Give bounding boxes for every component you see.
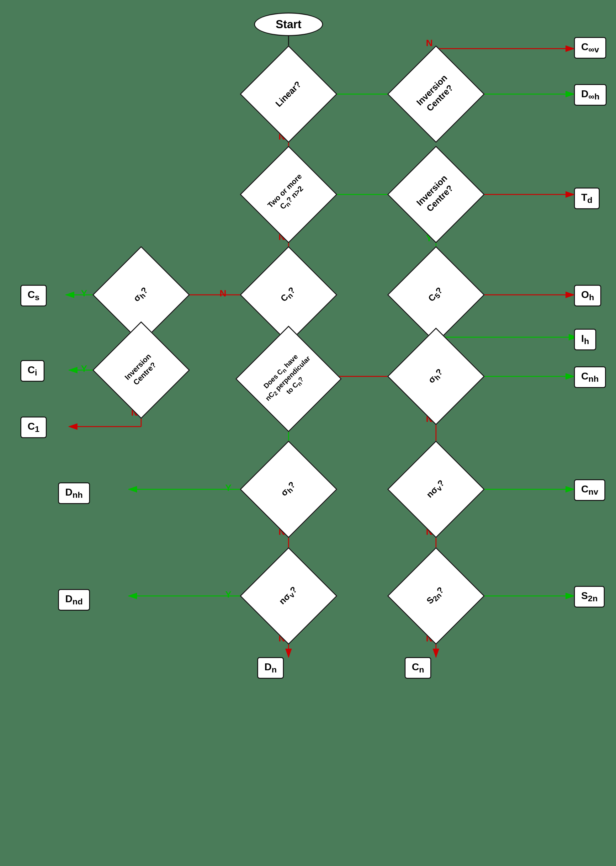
c1-node: C1 [20,416,47,438]
ci-node: Ci [20,360,44,382]
start-node: Start [254,13,323,36]
label-inv1-n: N [426,38,433,48]
cnh-node: Cnh [574,366,606,388]
cnv-node: Cnv [574,479,605,501]
linear-diamond: Linear? [220,60,358,129]
inversion1-diamond: InversionCentre? [367,60,505,129]
s2n-diamond: S2n? [367,561,505,630]
nsigv2-diamond: nσv? [220,561,358,630]
td-node: Td [574,187,600,209]
dnd-node: Dnd [58,589,90,611]
oh-node: Oh [574,285,601,306]
flowchart: Y N N Y Y N N Y N Y Y N Y N N Y N Y Y N … [0,0,616,866]
sigma-h3-diamond: σh? [220,455,358,524]
sigma-h1-diamond: σh? [72,260,210,329]
s2n-out-node: S2n [574,586,605,608]
cs-node: Cs [20,285,47,306]
inversion3-diamond: InversionCentre? [72,336,210,405]
nsigv1-diamond: nσv? [367,455,505,524]
c-inf-v-node: C∞v [574,37,606,59]
dn-node: Dn [257,657,284,679]
sigma-h2-diamond: σh? [367,342,505,411]
two-cn-diamond: Two or moreCn? n>2 [220,160,358,229]
d-inf-h-node: D∞h [574,84,607,106]
does-cn-diamond: Does Cn havenC2 perpendicularto Cn? [213,341,364,416]
c5-diamond: C5? [367,260,505,329]
ih-node: Ih [574,329,596,350]
arrows-svg [0,0,616,866]
cn-diamond: Cn? [220,260,358,329]
inversion2-diamond: InversionCentre? [367,160,505,229]
cn-out-node: Cn [405,657,431,679]
dnh-node: Dnh [58,483,90,504]
